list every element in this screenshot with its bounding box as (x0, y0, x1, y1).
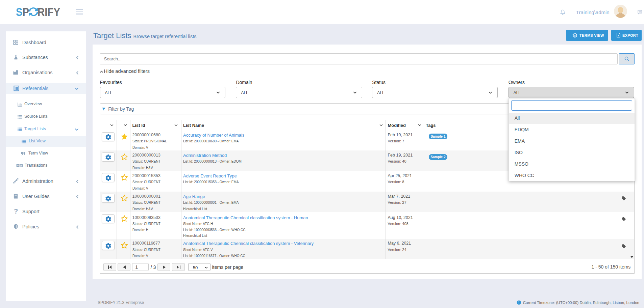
svg-text:A: A (17, 164, 19, 167)
